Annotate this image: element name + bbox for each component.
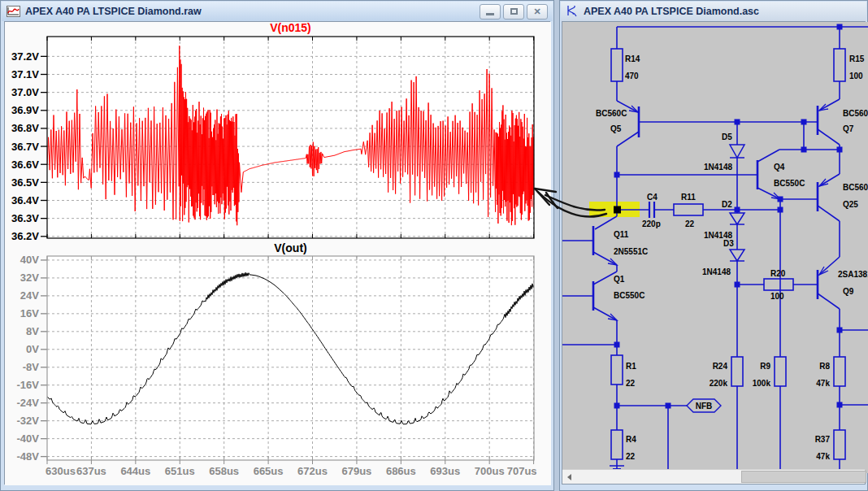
component-label: BC550C bbox=[614, 291, 644, 300]
component-label: BC560C bbox=[843, 183, 868, 192]
x-axis-label: 644us bbox=[120, 465, 150, 477]
junction-dot bbox=[778, 207, 783, 213]
component-label: 220k bbox=[710, 379, 728, 388]
component-label: R37 bbox=[815, 435, 831, 444]
minimize-button[interactable] bbox=[480, 4, 501, 20]
y-axis-label: 32V bbox=[20, 272, 39, 284]
x-axis-label: 665us bbox=[254, 465, 284, 477]
component-label: R20 bbox=[770, 269, 786, 278]
component-label: D3 bbox=[723, 239, 734, 248]
component-label: R14 bbox=[625, 54, 640, 63]
plot-title: V(n015) bbox=[270, 22, 311, 34]
component-label: BC560C bbox=[843, 109, 868, 118]
plot-title: V(out) bbox=[274, 241, 306, 254]
component-label: R4 bbox=[626, 435, 636, 444]
component-label: Q9 bbox=[843, 287, 854, 296]
y-axis-label: 40V bbox=[20, 254, 39, 266]
x-axis-label: 707us bbox=[507, 465, 537, 477]
schematic-window-title: APEX A40 PA LTSPICE Diamond.asc bbox=[584, 6, 759, 17]
schematic-window[interactable]: APEX A40 PA LTSPICE Diamond.asc R14470R1… bbox=[559, 0, 868, 491]
component-label: 22 bbox=[685, 219, 695, 228]
junction-dot bbox=[614, 172, 620, 178]
component-label: 100 bbox=[770, 292, 784, 301]
plot-pane-V(n015)[interactable]: 37.2V37.1V37.0V36.9V36.8V36.7V36.6V36.5V… bbox=[11, 22, 534, 242]
junction-dot bbox=[735, 207, 740, 213]
component-label: 220p bbox=[642, 219, 661, 228]
component-label: R11 bbox=[681, 193, 696, 202]
junction-dot bbox=[666, 403, 671, 409]
junction-dot bbox=[614, 342, 620, 348]
schematic-window-titlebar[interactable]: APEX A40 PA LTSPICE Diamond.asc bbox=[561, 2, 866, 21]
component-label: R9 bbox=[760, 362, 770, 371]
plot-pane-V(out)[interactable]: 40V32V24V16V8V0V-8V-16V-24V-32V-40V-48VV… bbox=[17, 241, 534, 463]
y-axis-label: 0V bbox=[26, 343, 39, 355]
component-label: Q25 bbox=[843, 200, 858, 209]
x-axis-label: 651us bbox=[165, 465, 195, 477]
component-label: R15 bbox=[849, 54, 865, 63]
waveform-window[interactable]: APEX A40 PA LTSPICE Diamond.raw ✕ 37.2V3… bbox=[0, 0, 554, 491]
component-label: Q4 bbox=[774, 163, 785, 172]
component-label: BC560C bbox=[596, 109, 627, 118]
x-axis-label: 672us bbox=[297, 465, 328, 477]
y-axis-label: 37.2V bbox=[11, 50, 39, 63]
component-label: 100 bbox=[849, 72, 863, 80]
waveform-window-title: APEX A40 PA LTSPICE Diamond.raw bbox=[25, 6, 202, 17]
probe-node-marker[interactable] bbox=[614, 206, 621, 214]
y-axis-label: 36.3V bbox=[11, 212, 39, 224]
waveform-icon bbox=[7, 6, 20, 18]
restore-icon bbox=[510, 8, 518, 15]
junction-dot bbox=[778, 197, 783, 202]
y-axis-label: 36.2V bbox=[11, 230, 39, 242]
component-label: R8 bbox=[819, 362, 830, 371]
component-label: Q7 bbox=[843, 124, 854, 133]
minimize-icon bbox=[486, 13, 494, 15]
junction-dot bbox=[801, 119, 807, 125]
scroll-left-arrow-icon bbox=[567, 474, 571, 480]
y-axis-label: -24V bbox=[17, 397, 40, 409]
component-label: 47k bbox=[816, 379, 830, 388]
component-label: 100k bbox=[753, 379, 771, 388]
schematic-canvas[interactable]: R14470R15100BC560CQ5BC560CQ7D51N4148Q4BC… bbox=[562, 21, 866, 484]
y-axis-label: 37.0V bbox=[11, 86, 39, 98]
component-label: 2N5551C bbox=[614, 247, 648, 256]
plot-panes[interactable]: 37.2V37.1V37.0V36.9V36.8V36.7V36.6V36.5V… bbox=[5, 22, 551, 485]
x-axis-label: 700us bbox=[475, 465, 505, 477]
schematic-drawing[interactable]: R14470R15100BC560CQ5BC560CQ7D51N4148Q4BC… bbox=[562, 22, 868, 473]
y-axis-label: 36.8V bbox=[11, 122, 39, 134]
close-icon: ✕ bbox=[533, 7, 540, 16]
junction-dot bbox=[837, 24, 843, 30]
y-axis-label: -48V bbox=[17, 450, 40, 463]
close-button[interactable]: ✕ bbox=[527, 4, 548, 20]
scrollbar-thumb[interactable] bbox=[741, 471, 866, 483]
junction-dot bbox=[801, 147, 807, 153]
x-axis-label: 658us bbox=[209, 465, 239, 477]
x-axis-label: 630us bbox=[46, 465, 76, 477]
y-axis-label: -32V bbox=[17, 415, 40, 427]
restore-button[interactable] bbox=[503, 4, 524, 20]
junction-dot bbox=[837, 328, 843, 333]
junction-dot bbox=[837, 147, 843, 153]
component-label: D2 bbox=[722, 200, 732, 209]
component-label: 22 bbox=[626, 379, 636, 388]
y-axis-label: 36.4V bbox=[11, 194, 39, 206]
component-label: Q5 bbox=[610, 124, 622, 133]
component-label: 2SA1381C bbox=[838, 270, 868, 279]
y-axis-label: -16V bbox=[17, 379, 40, 391]
y-axis-label: 8V bbox=[26, 325, 39, 337]
plot-client-area[interactable]: 37.2V37.1V37.0V36.9V36.8V36.7V36.6V36.5V… bbox=[4, 21, 550, 484]
waveform-window-titlebar[interactable]: APEX A40 PA LTSPICE Diamond.raw ✕ bbox=[2, 2, 553, 21]
y-axis-label: 36.7V bbox=[11, 141, 39, 153]
x-axis-label: 693us bbox=[430, 465, 460, 477]
y-axis-label: 36.5V bbox=[11, 176, 39, 189]
y-axis-label: -40V bbox=[17, 432, 40, 445]
component-label: R1 bbox=[626, 362, 636, 371]
component-label: R24 bbox=[713, 362, 728, 371]
horizontal-scrollbar[interactable] bbox=[562, 469, 865, 484]
x-axis-label: 637us bbox=[76, 465, 106, 477]
scroll-left-button[interactable] bbox=[562, 470, 576, 484]
component-label: 47k bbox=[816, 452, 830, 461]
component-label: 1N4148 bbox=[702, 267, 731, 276]
component-label: 470 bbox=[625, 72, 639, 80]
y-axis-label: 37.1V bbox=[11, 68, 39, 80]
component-label: NFB bbox=[696, 402, 713, 411]
